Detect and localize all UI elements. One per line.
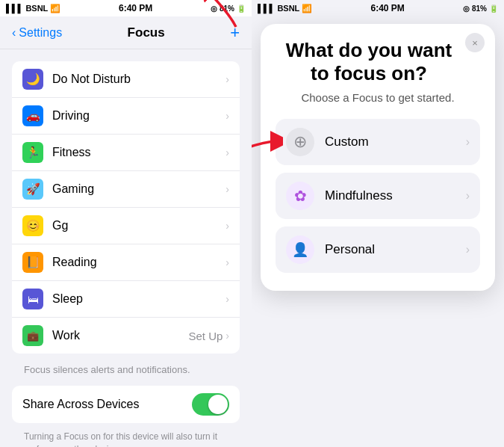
focus-option-custom[interactable]: ⊕ Custom › xyxy=(276,119,480,165)
focus-item-do-not-disturb[interactable]: 🌙 Do Not Disturb › xyxy=(12,61,240,98)
focus-footer-text: Focus silences alerts and notifications. xyxy=(0,360,252,383)
gg-icon: 😊 xyxy=(22,215,43,236)
focus-option-personal[interactable]: 👤 Personal › xyxy=(276,226,480,273)
chevron-icon: › xyxy=(225,110,229,122)
gaming-label: Gaming xyxy=(52,182,225,196)
chevron-icon: › xyxy=(225,147,229,158)
focus-item-fitness[interactable]: 🏃 Fitness › xyxy=(12,135,240,171)
share-toggle-switch[interactable] xyxy=(192,393,229,416)
focus-item-sleep[interactable]: 🛏 Sleep › xyxy=(12,281,240,318)
focus-option-mindfulness[interactable]: ✿ Mindfulness › xyxy=(276,173,480,219)
sleep-label: Sleep xyxy=(52,292,225,306)
focus-modal: × What do you want to focus on? Choose a… xyxy=(261,24,495,291)
mindfulness-icon: ✿ xyxy=(286,182,314,210)
gg-label: Gg xyxy=(52,219,225,232)
mindfulness-label: Mindfulness xyxy=(325,188,466,203)
modal-subtitle: Choose a Focus to get started. xyxy=(276,91,480,104)
red-arrow-top xyxy=(199,0,243,34)
carrier-name: BSNL xyxy=(277,4,299,13)
share-across-devices-row[interactable]: Share Across Devices xyxy=(12,386,240,423)
signal-bars-icon: ▌▌▌ xyxy=(6,4,23,13)
back-button[interactable]: ‹ Settings xyxy=(12,26,62,40)
reading-label: Reading xyxy=(52,256,225,269)
work-label: Work xyxy=(52,329,188,342)
focus-item-work[interactable]: 💼 Work Set Up › xyxy=(12,318,240,354)
personal-icon: 👤 xyxy=(286,235,314,264)
status-bar-left-side: ▌▌▌ BSNL 📶 xyxy=(6,4,60,13)
work-setup-label: Set Up xyxy=(188,330,223,342)
page-title: Focus xyxy=(128,25,165,40)
location-icon: ◎ xyxy=(463,4,470,13)
left-panel: ▌▌▌ BSNL 📶 6:40 PM ◎ 81% 🔋 ‹ Settings Fo… xyxy=(0,0,252,447)
battery-icon: 🔋 xyxy=(489,4,498,13)
chevron-icon: › xyxy=(225,73,229,85)
focus-item-driving[interactable]: 🚗 Driving › xyxy=(12,98,240,135)
back-chevron-icon: ‹ xyxy=(12,26,16,40)
chevron-icon: › xyxy=(466,135,470,149)
signal-bars-icon: ▌▌▌ xyxy=(258,4,275,13)
chevron-icon: › xyxy=(225,293,229,305)
carrier-name: BSNL xyxy=(25,4,48,13)
red-arrow-custom xyxy=(252,126,283,156)
reading-icon: 📙 xyxy=(22,252,43,273)
status-bar-right-panel: ▌▌▌ BSNL 📶 6:40 PM ◎ 81% 🔋 xyxy=(252,0,504,16)
right-panel: ▌▌▌ BSNL 📶 6:40 PM ◎ 81% 🔋 × What do you… xyxy=(252,0,504,447)
right-status-left: ▌▌▌ BSNL 📶 xyxy=(258,4,312,13)
focus-item-gg[interactable]: 😊 Gg › xyxy=(12,208,240,244)
share-across-devices-label: Share Across Devices xyxy=(22,398,192,411)
focus-item-reading[interactable]: 📙 Reading › xyxy=(12,244,240,281)
do-not-disturb-icon: 🌙 xyxy=(22,69,43,90)
chevron-icon: › xyxy=(225,330,229,342)
chevron-icon: › xyxy=(225,220,229,232)
custom-label: Custom xyxy=(325,135,466,149)
share-footer-text: Turning a Focus on for this device will … xyxy=(0,428,252,447)
wifi-icon: 📶 xyxy=(50,4,60,13)
custom-icon: ⊕ xyxy=(286,128,314,156)
modal-overlay: × What do you want to focus on? Choose a… xyxy=(252,16,504,447)
wifi-icon: 📶 xyxy=(302,4,312,13)
personal-label: Personal xyxy=(325,242,466,257)
fitness-label: Fitness xyxy=(52,146,225,159)
right-status-time: 6:40 PM xyxy=(370,3,404,13)
chevron-icon: › xyxy=(466,189,470,203)
chevron-icon: › xyxy=(225,183,229,195)
modal-close-button[interactable]: × xyxy=(465,33,485,52)
back-label: Settings xyxy=(19,26,62,40)
do-not-disturb-label: Do Not Disturb xyxy=(52,73,225,86)
chevron-icon: › xyxy=(466,243,470,256)
share-toggle-section: Share Across Devices xyxy=(12,386,240,423)
driving-icon: 🚗 xyxy=(22,105,43,126)
chevron-icon: › xyxy=(225,256,229,268)
battery-percent: 81% xyxy=(472,4,487,13)
focus-item-gaming[interactable]: 🚀 Gaming › xyxy=(12,171,240,208)
add-focus-button[interactable]: + xyxy=(230,23,240,43)
fitness-icon: 🏃 xyxy=(22,142,43,163)
status-time: 6:40 PM xyxy=(119,3,152,13)
focus-list: 🌙 Do Not Disturb › 🚗 Driving › 🏃 Fitness… xyxy=(12,61,240,354)
work-icon: 💼 xyxy=(22,325,43,346)
modal-title: What do you want to focus on? xyxy=(276,39,480,85)
nav-bar: ‹ Settings Focus + xyxy=(0,16,252,49)
close-icon: × xyxy=(472,37,478,49)
right-status-right: ◎ 81% 🔋 xyxy=(463,4,498,13)
content-area: 🌙 Do Not Disturb › 🚗 Driving › 🏃 Fitness… xyxy=(0,49,252,447)
driving-label: Driving xyxy=(52,109,225,123)
sleep-icon: 🛏 xyxy=(22,289,43,309)
toggle-knob xyxy=(208,395,228,414)
gaming-icon: 🚀 xyxy=(22,179,43,200)
